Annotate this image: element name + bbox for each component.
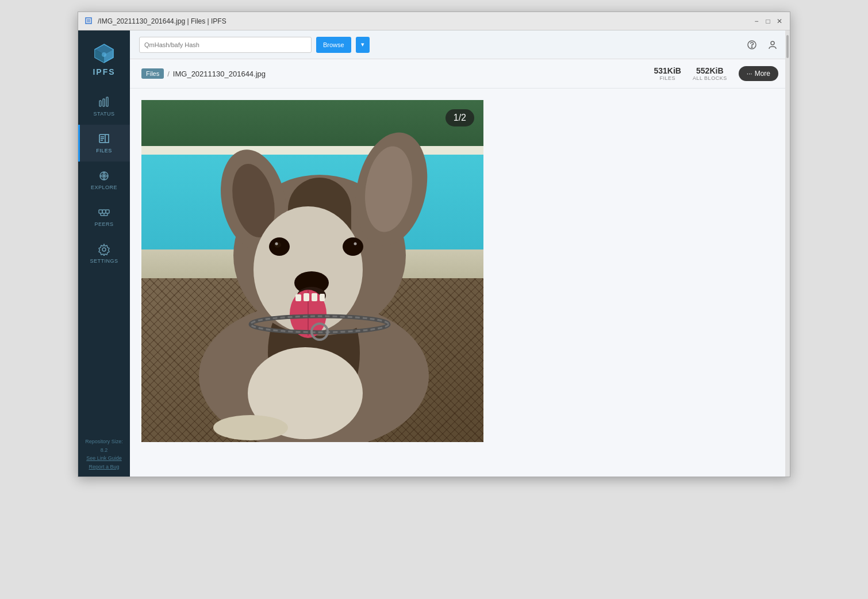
svg-point-39 <box>275 243 278 245</box>
svg-point-41 <box>354 243 357 245</box>
sidebar-item-files-label: FILES <box>96 148 112 153</box>
help-button[interactable] <box>744 37 760 53</box>
sidebar-footer: Repository Size: 8.2 See Link Guide Repo… <box>78 432 130 477</box>
sidebar-navigation: STATUS FILES <box>78 88 130 272</box>
svg-point-29 <box>213 415 288 440</box>
svg-rect-17 <box>106 210 109 213</box>
title-bar: /IMG_20211130_201644.jpg | Files | IPFS … <box>78 12 790 30</box>
app-window: /IMG_20211130_201644.jpg | Files | IPFS … <box>78 11 790 477</box>
sidebar-item-status[interactable]: STATUS <box>78 88 130 125</box>
ipfs-title-icon <box>84 17 93 26</box>
maximize-button[interactable]: □ <box>763 17 773 26</box>
app-body: IPFS STATUS <box>78 30 790 477</box>
svg-point-24 <box>751 47 752 48</box>
active-indicator <box>78 125 80 162</box>
svg-rect-9 <box>106 97 108 106</box>
svg-rect-16 <box>102 210 106 213</box>
minimize-button[interactable]: − <box>752 17 761 26</box>
stat-files-label: FILES <box>659 75 675 81</box>
search-dropdown-button[interactable]: ▾ <box>356 37 370 53</box>
sidebar-footer-line3[interactable]: Report a Bug <box>83 463 125 471</box>
sidebar-footer-line1: Repository Size: 8.2 <box>83 437 125 454</box>
stat-files: 531KiB FILES <box>654 66 681 81</box>
ipfs-logo-icon <box>93 42 116 65</box>
svg-rect-51 <box>312 293 317 301</box>
user-button[interactable] <box>765 37 781 53</box>
more-button[interactable]: ··· More <box>739 66 778 81</box>
svg-rect-50 <box>304 293 309 301</box>
svg-rect-7 <box>99 101 101 106</box>
scrollbar-thumb[interactable] <box>786 35 789 58</box>
sidebar: IPFS STATUS <box>78 30 130 477</box>
file-header: Files / IMG_20211130_201644.jpg 531KiB F… <box>130 59 790 89</box>
status-icon <box>98 96 110 109</box>
sidebar-item-files[interactable]: FILES <box>78 125 130 162</box>
sidebar-item-explore-label: EXPLORE <box>91 185 117 190</box>
peers-icon <box>98 206 110 219</box>
sidebar-item-status-label: STATUS <box>93 111 114 117</box>
sidebar-logo-text: IPFS <box>93 67 115 76</box>
stat-blocks-value: 552KiB <box>696 66 723 75</box>
svg-point-22 <box>102 248 106 251</box>
files-icon <box>98 133 110 145</box>
stat-files-value: 531KiB <box>654 66 681 75</box>
explore-icon <box>98 170 110 182</box>
svg-rect-15 <box>99 210 102 213</box>
svg-rect-8 <box>103 99 105 106</box>
more-btn-label: More <box>755 70 770 78</box>
svg-rect-1 <box>87 19 90 22</box>
main-content: Files / IMG_20211130_201644.jpg 531KiB F… <box>130 59 790 477</box>
dog-svg <box>141 100 483 442</box>
svg-point-40 <box>343 237 363 256</box>
top-bar: Browse ▾ <box>130 30 790 59</box>
svg-point-6 <box>102 52 106 57</box>
dog-photo: 1/2 <box>141 100 483 442</box>
title-bar-left: /IMG_20211130_201644.jpg | Files | IPFS <box>84 17 226 26</box>
svg-rect-52 <box>320 294 325 301</box>
breadcrumb-files-button[interactable]: Files <box>141 68 164 79</box>
title-bar-title: /IMG_20211130_201644.jpg | Files | IPFS <box>98 17 226 25</box>
svg-point-25 <box>771 41 774 45</box>
sidebar-logo: IPFS <box>93 36 116 82</box>
title-bar-controls: − □ ✕ <box>752 17 784 26</box>
stat-blocks-label: ALL BLOCKS <box>693 75 727 81</box>
search-input[interactable] <box>139 37 312 53</box>
sidebar-item-explore[interactable]: EXPLORE <box>78 162 130 198</box>
breadcrumb: Files / IMG_20211130_201644.jpg <box>141 68 266 79</box>
sidebar-footer-line2[interactable]: See Link Guide <box>83 454 125 462</box>
sidebar-item-peers[interactable]: PEERS <box>78 198 130 235</box>
sidebar-item-settings[interactable]: SETTINGS <box>78 235 130 272</box>
stat-blocks: 552KiB ALL BLOCKS <box>693 66 727 81</box>
breadcrumb-separator: / <box>167 70 170 78</box>
sidebar-item-settings-label: SETTINGS <box>90 258 118 264</box>
close-button[interactable]: ✕ <box>775 17 784 26</box>
search-button[interactable]: Browse <box>316 37 351 53</box>
breadcrumb-filename: IMG_20211130_201644.jpg <box>173 70 266 78</box>
sidebar-item-peers-label: PEERS <box>94 221 113 227</box>
image-counter: 1/2 <box>445 109 474 126</box>
settings-icon <box>98 243 110 256</box>
image-container: 1/2 <box>141 100 483 442</box>
svg-rect-49 <box>295 294 301 301</box>
window-scrollbar[interactable] <box>785 30 790 477</box>
image-viewer: 1/2 <box>130 89 790 477</box>
top-bar-right <box>744 37 781 53</box>
file-stats: 531KiB FILES 552KiB ALL BLOCKS ··· More <box>654 66 778 81</box>
more-btn-dots: ··· <box>747 70 752 78</box>
